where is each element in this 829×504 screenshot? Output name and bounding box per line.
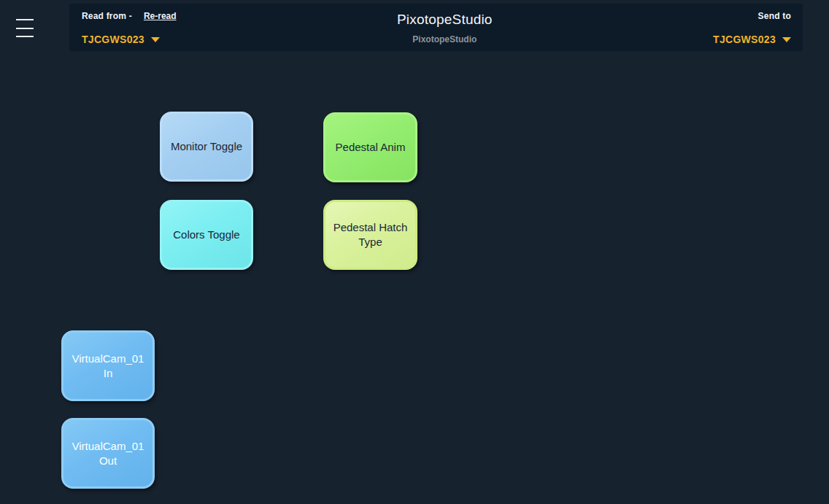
button-label: Colors Toggle — [173, 228, 239, 242]
button-label: Monitor Toggle — [171, 139, 242, 154]
pedestal-hatch-type-button[interactable]: Pedestal Hatch Type — [323, 200, 417, 270]
chevron-down-icon — [151, 37, 160, 42]
send-to-machine-dropdown[interactable]: TJCGWS023 — [713, 34, 791, 45]
read-from-machine-value: TJCGWS023 — [82, 34, 144, 45]
pedestal-anim-button[interactable]: Pedestal Anim — [323, 112, 417, 182]
button-label: VirtualCam_01 In — [68, 352, 148, 381]
virtualcam-01-in-button[interactable]: VirtualCam_01 In — [61, 330, 155, 401]
page-title: PixotopeStudio — [397, 12, 493, 28]
send-to-section: Send to TJCGWS023 — [713, 11, 791, 45]
button-label: Pedestal Hatch Type — [330, 220, 411, 249]
read-from-section: Read from - Re-read TJCGWS023 — [82, 11, 177, 45]
monitor-toggle-button[interactable]: Monitor Toggle — [160, 112, 253, 182]
read-from-label: Read from - — [82, 11, 132, 21]
virtualcam-01-out-button[interactable]: VirtualCam_01 Out — [61, 418, 155, 489]
send-to-label: Send to — [758, 11, 791, 21]
button-label: VirtualCam_01 Out — [68, 439, 148, 468]
button-label: Pedestal Anim — [336, 140, 406, 155]
chevron-down-icon — [782, 37, 791, 42]
top-bar: Read from - Re-read TJCGWS023 PixotopeSt… — [69, 4, 803, 51]
send-to-machine-value: TJCGWS023 — [713, 34, 776, 45]
read-from-machine-dropdown[interactable]: TJCGWS023 — [82, 34, 160, 45]
reread-link[interactable]: Re-read — [144, 11, 177, 21]
menu-icon-bar — [16, 19, 34, 20]
title-section: PixotopeStudio PixotopeStudio — [397, 11, 493, 45]
menu-icon-bar — [16, 28, 34, 29]
colors-toggle-button[interactable]: Colors Toggle — [160, 200, 253, 270]
menu-icon[interactable] — [16, 19, 34, 37]
menu-icon-bar — [16, 36, 34, 37]
page-subtitle: PixotopeStudio — [412, 34, 477, 44]
